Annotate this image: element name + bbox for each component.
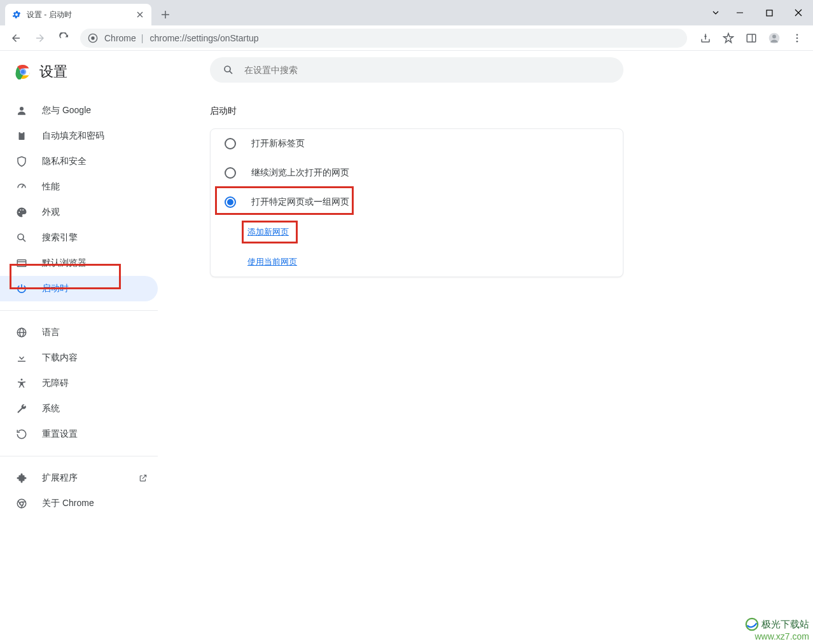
maximize-button[interactable] [754,3,784,23]
sidebar-item-label: 语言 [42,327,60,338]
profile-icon[interactable] [763,27,785,49]
sidebar-item-label: 隐私和安全 [42,156,87,167]
sidebar-item-appearance[interactable]: 外观 [0,200,158,225]
tab-title: 设置 - 启动时 [27,10,130,20]
radio-icon [225,138,236,149]
restore-icon [15,428,28,441]
side-panel-icon[interactable] [740,27,762,49]
person-icon [15,104,28,117]
settings-search[interactable] [210,57,623,83]
startup-card: 打开新标签页 继续浏览上次打开的网页 打开特定网页或一组网页 添加新网页 使用当… [210,128,623,277]
url-path: chrome://settings/onStartup [149,33,258,43]
svg-rect-0 [767,10,772,16]
watermark-name: 极光下载站 [761,619,809,631]
clipboard-icon [15,130,28,142]
sidebar-item-label: 性能 [42,181,60,193]
title-bar: 设置 - 启动时 [0,0,813,25]
sidebar-item-search-engine[interactable]: 搜索引擎 [0,225,158,250]
sidebar-item-languages[interactable]: 语言 [0,320,158,345]
svg-rect-15 [19,132,25,140]
radio-open-specific-pages[interactable]: 打开特定网页或一组网页 [211,188,623,217]
add-new-page-row: 添加新网页 [211,217,623,247]
back-button[interactable] [5,27,27,49]
sidebar-item-label: 默认浏览器 [42,257,87,269]
sidebar-item-about-chrome[interactable]: 关于 Chrome [0,491,158,516]
sidebar-item-extensions[interactable]: 扩展程序 [0,465,158,491]
radio-label: 打开特定网页或一组网页 [251,196,349,208]
svg-point-14 [20,107,24,111]
sidebar-item-downloads[interactable]: 下载内容 [0,345,158,371]
svg-line-33 [230,71,232,74]
sidebar-item-autofill[interactable]: 自动填充和密码 [0,123,158,149]
radio-continue-where-left-off[interactable]: 继续浏览上次打开的网页 [211,158,623,188]
reload-button[interactable] [53,27,75,49]
radio-open-new-tab[interactable]: 打开新标签页 [211,129,623,158]
svg-point-31 [20,502,23,505]
kebab-menu-icon[interactable] [786,27,808,49]
close-window-button[interactable] [784,3,813,23]
sidebar-item-label: 无障碍 [42,378,69,389]
watermark-logo-icon [745,617,759,631]
settings-sidebar: 设置 您与 Google 自动填充和密码 隐私和安全 性能 外观 [0,51,164,644]
radio-icon [225,196,236,208]
sidebar-item-reset[interactable]: 重置设置 [0,421,158,447]
add-new-page-link[interactable]: 添加新网页 [247,227,289,236]
svg-point-18 [18,212,20,213]
share-icon[interactable] [695,27,716,49]
sidebar-item-label: 重置设置 [42,428,78,440]
address-bar[interactable]: Chrome| chrome://settings/onStartup [80,29,687,48]
sidebar-item-label: 系统 [42,403,60,414]
sidebar-title: 设置 [39,62,67,81]
section-title: 启动时 [210,106,643,117]
palette-icon [15,206,28,219]
sidebar-item-you-and-google[interactable]: 您与 Google [0,98,158,123]
close-icon[interactable] [135,10,145,20]
download-icon [15,352,28,364]
url-origin: Chrome [104,33,136,43]
svg-rect-28 [18,361,25,362]
sidebar-item-label: 启动时 [42,283,69,294]
browser-tab[interactable]: 设置 - 启动时 [5,4,151,25]
url-divider: | [141,33,144,43]
bookmark-icon[interactable] [718,27,739,49]
svg-point-32 [225,66,230,72]
new-tab-button[interactable] [156,6,174,24]
radio-icon [225,167,236,179]
svg-point-8 [796,37,798,39]
chrome-logo-icon [15,64,31,79]
sidebar-item-privacy[interactable]: 隐私和安全 [0,149,158,174]
minimize-button[interactable] [725,3,754,23]
sidebar-item-default-browser[interactable]: 默认浏览器 [0,250,158,276]
svg-point-9 [796,40,798,42]
svg-point-21 [18,234,24,240]
sidebar-item-performance[interactable]: 性能 [0,174,158,200]
speedometer-icon [15,181,28,193]
svg-point-20 [22,209,24,210]
svg-point-6 [772,34,776,38]
sidebar-item-accessibility[interactable]: 无障碍 [0,371,158,396]
forward-button[interactable] [29,27,51,49]
svg-line-17 [22,185,24,188]
watermark: 极光下载站 www.xz7.com [745,617,809,641]
sidebar-item-on-startup[interactable]: 启动时 [0,276,158,301]
watermark-url: www.xz7.com [745,631,809,641]
shield-icon [15,155,28,168]
use-current-pages-row: 使用当前网页 [211,247,623,277]
sidebar-item-system[interactable]: 系统 [0,396,158,421]
svg-rect-3 [747,34,756,42]
settings-search-input[interactable] [244,65,611,75]
search-icon [15,231,28,244]
sidebar-item-label: 下载内容 [42,352,78,364]
wrench-icon [15,402,28,415]
use-current-pages-link[interactable]: 使用当前网页 [247,257,297,266]
chevron-down-icon[interactable] [706,3,725,23]
svg-line-22 [23,239,25,242]
svg-point-7 [796,34,798,36]
sidebar-divider [0,456,158,456]
svg-point-2 [91,36,94,39]
sidebar-divider [0,310,158,311]
sidebar-item-label: 扩展程序 [42,472,78,484]
sidebar-header: 设置 [0,62,164,93]
browser-window-icon [15,257,28,270]
chrome-outline-icon [15,497,28,510]
